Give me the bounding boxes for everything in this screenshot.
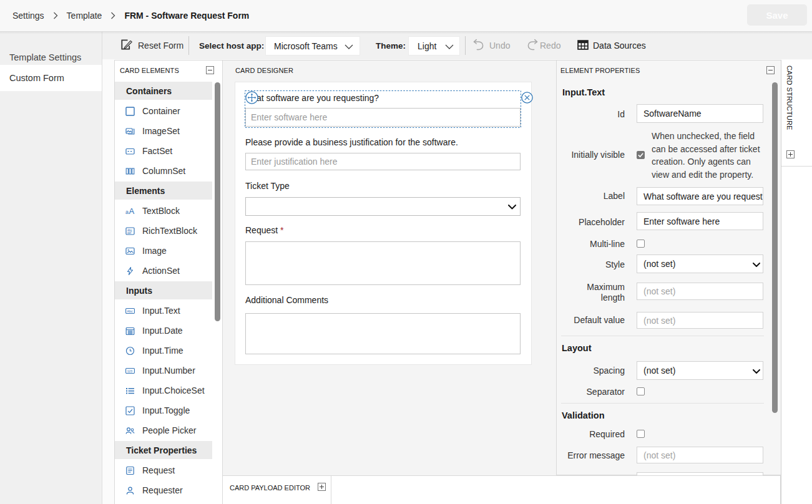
svg-text:123: 123 [127, 369, 133, 372]
svg-text:A: A [129, 206, 135, 216]
svg-text:def: def [127, 231, 132, 234]
svg-text:a: a [125, 209, 129, 215]
svg-text:Abc: Abc [127, 309, 133, 313]
